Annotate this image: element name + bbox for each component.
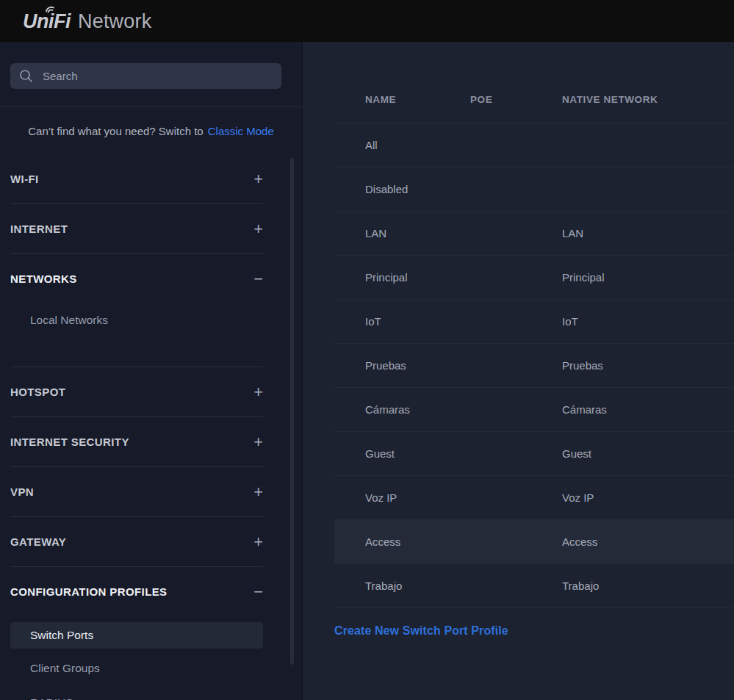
cell-native-network: Principal: [562, 271, 734, 284]
expand-icon[interactable]: +: [253, 434, 263, 450]
sidebar-item-local-networks[interactable]: Local Networks: [10, 303, 263, 337]
sidebar-section-internet-security: INTERNET SECURITY +: [10, 417, 263, 467]
section-header-internet-security[interactable]: INTERNET SECURITY +: [10, 417, 263, 466]
product-text: Network: [78, 10, 151, 32]
sidebar-item-label: Client Groups: [30, 662, 100, 675]
column-header-poe: POE: [470, 94, 562, 105]
sidebar-section-networks: NETWORKS − Local Networks: [10, 254, 263, 367]
sidebar-item-label: Switch Ports: [30, 629, 93, 642]
search-input[interactable]: Search: [10, 63, 281, 89]
sidebar-section-vpn: VPN +: [10, 467, 263, 517]
section-header-configuration-profiles[interactable]: CONFIGURATION PROFILES −: [10, 567, 263, 616]
table-row[interactable]: Principal Principal: [334, 256, 734, 300]
sidebar-section-hotspot: HOTSPOT +: [10, 367, 263, 417]
classic-mode-link[interactable]: Classic Mode: [208, 125, 274, 137]
sidebar-item-label: Local Networks: [30, 314, 108, 327]
table-row-highlighted[interactable]: Access Access: [334, 520, 734, 564]
table-row[interactable]: Guest Guest: [334, 432, 734, 476]
cell-name: IoT: [334, 315, 470, 328]
section-label: HOTSPOT: [10, 386, 65, 398]
cell-name: Principal: [334, 271, 470, 284]
configuration-profiles-children: Switch Ports Client Groups RADIUS: [10, 622, 263, 700]
table-row[interactable]: Voz IP Voz IP: [334, 476, 734, 520]
column-header-native-network: NATIVE NETWORK: [562, 94, 734, 105]
section-header-internet[interactable]: INTERNET +: [10, 204, 263, 253]
cell-name: Access: [334, 535, 470, 548]
cell-native-network: Pruebas: [562, 359, 734, 372]
expand-icon[interactable]: +: [253, 484, 263, 500]
section-label: CONFIGURATION PROFILES: [10, 585, 168, 598]
table-row[interactable]: Pruebas Pruebas: [334, 344, 734, 388]
cell-native-network: Cámaras: [562, 403, 734, 416]
section-label: GATEWAY: [10, 535, 66, 548]
section-label: NETWORKS: [10, 273, 77, 285]
section-header-networks[interactable]: NETWORKS −: [10, 254, 263, 303]
main-content: NAME POE NATIVE NETWORK All Disabled LAN…: [303, 42, 734, 700]
collapse-icon[interactable]: −: [253, 271, 263, 287]
cell-native-network: Trabajo: [562, 580, 734, 592]
section-header-gateway[interactable]: GATEWAY +: [10, 517, 263, 566]
sidebar-item-switch-ports[interactable]: Switch Ports: [10, 622, 263, 649]
table-row[interactable]: Trabajo Trabajo: [334, 564, 734, 608]
cell-name: Trabajo: [334, 580, 470, 592]
cell-name: All: [334, 139, 470, 151]
cell-name: Pruebas: [334, 359, 470, 372]
networks-children: Local Networks: [10, 303, 263, 367]
sidebar: Search Can’t find what you need? Switch …: [0, 42, 303, 700]
section-header-vpn[interactable]: VPN +: [10, 467, 263, 516]
unifi-logo: UniFi Network: [23, 10, 151, 32]
sidebar-item-client-groups[interactable]: Client Groups: [10, 649, 263, 688]
brand-text: UniFi: [23, 10, 71, 32]
section-label: VPN: [10, 486, 34, 498]
sidebar-item-label: RADIUS: [30, 696, 73, 700]
search-area: Search: [0, 42, 302, 107]
section-header-wifi[interactable]: WI-FI +: [10, 154, 263, 203]
cell-native-network: Access: [562, 535, 734, 548]
sidebar-scrollbar[interactable]: [290, 158, 294, 665]
cell-native-network: Guest: [562, 447, 734, 460]
cell-native-network: Voz IP: [562, 491, 734, 504]
sidebar-section-gateway: GATEWAY +: [10, 517, 263, 567]
unifi-network-app: UniFi Network Search Can’t find what you…: [0, 0, 734, 700]
table-header: NAME POE NATIVE NETWORK: [334, 42, 734, 123]
section-header-hotspot[interactable]: HOTSPOT +: [10, 367, 263, 416]
table-row[interactable]: IoT IoT: [334, 300, 734, 344]
sidebar-section-internet: INTERNET +: [10, 204, 263, 254]
table-row[interactable]: Disabled: [334, 167, 734, 212]
sidebar-section-configuration-profiles: CONFIGURATION PROFILES − Switch Ports Cl…: [10, 567, 263, 700]
expand-icon[interactable]: +: [253, 221, 263, 237]
cell-name: LAN: [334, 227, 470, 239]
create-profile-link[interactable]: Create New Switch Port Profile: [334, 624, 508, 638]
column-header-name: NAME: [334, 94, 470, 105]
wifi-arcs-icon: [41, 3, 59, 12]
classic-mode-hint: Can’t find what you need? Switch to Clas…: [0, 107, 302, 154]
cell-native-network: IoT: [562, 315, 734, 328]
cell-name: Cámaras: [334, 403, 470, 416]
expand-icon[interactable]: +: [253, 534, 263, 550]
hint-text: Can’t find what you need? Switch to: [28, 125, 203, 137]
cell-name: Voz IP: [334, 491, 470, 504]
sidebar-section-wifi: WI-FI +: [10, 154, 263, 204]
app-header: UniFi Network: [0, 0, 734, 42]
section-label: INTERNET: [10, 223, 68, 235]
switch-port-profiles-table: NAME POE NATIVE NETWORK All Disabled LAN…: [334, 42, 734, 638]
table-row[interactable]: All: [334, 123, 734, 167]
cell-native-network: LAN: [562, 227, 734, 239]
sidebar-item-radius[interactable]: RADIUS: [10, 688, 263, 700]
cell-name: Guest: [334, 447, 470, 460]
expand-icon[interactable]: +: [253, 171, 263, 187]
table-row[interactable]: LAN LAN: [334, 212, 734, 256]
cell-name: Disabled: [334, 183, 470, 195]
search-icon: [19, 69, 33, 83]
search-placeholder: Search: [43, 70, 78, 82]
table-row[interactable]: Cámaras Cámaras: [334, 388, 734, 432]
collapse-icon[interactable]: −: [253, 584, 263, 600]
section-label: INTERNET SECURITY: [10, 436, 129, 448]
expand-icon[interactable]: +: [253, 384, 263, 400]
section-label: WI-FI: [10, 173, 39, 185]
sidebar-sections: WI-FI + INTERNET + NETWORKS − Local Netw…: [0, 154, 302, 700]
